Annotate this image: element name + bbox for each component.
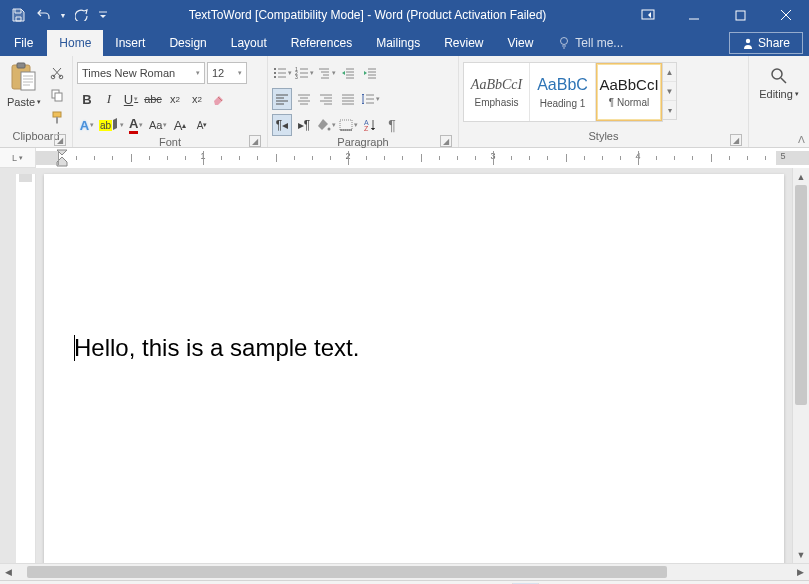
tab-insert[interactable]: Insert xyxy=(103,30,157,56)
svg-text:3: 3 xyxy=(295,74,298,79)
align-right-button[interactable] xyxy=(316,88,336,110)
font-launcher[interactable]: ◢ xyxy=(249,135,261,147)
font-name-combo[interactable]: Times New Roman▾ xyxy=(77,62,205,84)
shading-button[interactable]: ▾ xyxy=(316,114,336,136)
tab-home[interactable]: Home xyxy=(47,30,103,56)
scroll-up-icon[interactable]: ▲ xyxy=(793,168,809,185)
tab-references[interactable]: References xyxy=(279,30,364,56)
clipboard-launcher[interactable]: ◢ xyxy=(54,134,66,146)
minimize-icon[interactable] xyxy=(671,0,717,30)
horizontal-scrollbar[interactable]: ◀ ▶ xyxy=(0,563,809,580)
document-page[interactable]: Hello, this is a sample text. xyxy=(44,174,784,563)
tab-review[interactable]: Review xyxy=(432,30,495,56)
collapse-ribbon-icon[interactable]: ᐱ xyxy=(798,134,805,145)
bullets-button[interactable]: ▾ xyxy=(272,62,292,84)
underline-button[interactable]: U▾ xyxy=(121,88,141,110)
change-case-button[interactable]: Aa▾ xyxy=(148,114,168,136)
align-center-button[interactable] xyxy=(294,88,314,110)
tab-view[interactable]: View xyxy=(496,30,546,56)
shrink-font-button[interactable]: A▾ xyxy=(192,114,212,136)
find-button[interactable] xyxy=(769,66,789,86)
svg-rect-11 xyxy=(53,112,61,117)
numbering-button[interactable]: 123▾ xyxy=(294,62,314,84)
tab-selector[interactable]: L▾ xyxy=(0,148,36,168)
highlight-button[interactable]: ab▾ xyxy=(99,114,124,136)
subscript-button[interactable]: x2 xyxy=(165,88,185,110)
text-effects-button[interactable]: A▾ xyxy=(77,114,97,136)
page-viewport[interactable]: Hello, this is a sample text. xyxy=(36,168,792,563)
decrease-indent-button[interactable] xyxy=(338,62,358,84)
tab-design[interactable]: Design xyxy=(157,30,218,56)
style-heading1[interactable]: AaBbC Heading 1 xyxy=(530,63,596,121)
vertical-scrollbar[interactable]: ▲ ▼ xyxy=(792,168,809,563)
italic-button[interactable]: I xyxy=(99,88,119,110)
group-styles: AaBbCcI Emphasis AaBbC Heading 1 AaBbCcI… xyxy=(459,56,749,147)
maximize-icon[interactable] xyxy=(717,0,763,30)
editing-label[interactable]: Editing▾ xyxy=(759,88,799,100)
bold-button[interactable]: B xyxy=(77,88,97,110)
svg-point-22 xyxy=(772,69,782,79)
superscript-button[interactable]: x2 xyxy=(187,88,207,110)
svg-point-3 xyxy=(746,39,750,43)
line-spacing-button[interactable]: ▾ xyxy=(360,88,380,110)
rtl-button[interactable]: ▸¶ xyxy=(294,114,314,136)
scroll-right-icon[interactable]: ▶ xyxy=(792,564,809,580)
styles-launcher[interactable]: ◢ xyxy=(730,134,742,146)
scroll-left-icon[interactable]: ◀ xyxy=(0,564,17,580)
multilevel-list-button[interactable]: ▾ xyxy=(316,62,336,84)
ltr-button[interactable]: ¶◂ xyxy=(272,114,292,136)
group-font: Times New Roman▾ 12▾ B I U▾ abc x2 x2 A▾… xyxy=(73,56,268,147)
svg-text:Z: Z xyxy=(364,125,369,132)
font-color-button[interactable]: A▾ xyxy=(126,114,146,136)
svg-rect-5 xyxy=(17,63,25,68)
font-group-label: Font xyxy=(159,136,181,148)
clipboard-group-label: Clipboard xyxy=(12,130,59,142)
paste-label[interactable]: Paste▾ xyxy=(7,96,41,108)
undo-dropdown-icon[interactable]: ▼ xyxy=(58,3,68,27)
svg-rect-19 xyxy=(340,120,352,130)
save-icon[interactable] xyxy=(6,3,30,27)
align-left-button[interactable] xyxy=(272,88,292,110)
clear-formatting-button[interactable] xyxy=(209,88,229,110)
svg-rect-10 xyxy=(55,93,62,101)
gallery-expand-icon[interactable]: ▾ xyxy=(663,101,676,119)
grow-font-button[interactable]: A▴ xyxy=(170,114,190,136)
justify-button[interactable] xyxy=(338,88,358,110)
gallery-down-icon[interactable]: ▼ xyxy=(663,82,676,101)
svg-point-2 xyxy=(561,38,568,45)
style-gallery: AaBbCcI Emphasis AaBbC Heading 1 AaBbCcI… xyxy=(463,62,663,122)
vscroll-thumb[interactable] xyxy=(795,185,807,405)
tell-me-search[interactable]: Tell me... xyxy=(545,30,635,56)
undo-icon[interactable] xyxy=(32,3,56,27)
format-painter-button[interactable] xyxy=(46,106,68,128)
quick-access-toolbar: ▼ xyxy=(0,3,110,27)
font-size-combo[interactable]: 12▾ xyxy=(207,62,247,84)
tab-file[interactable]: File xyxy=(0,30,47,56)
vertical-ruler[interactable] xyxy=(16,174,36,563)
borders-button[interactable]: ▾ xyxy=(338,114,358,136)
tell-me-label: Tell me... xyxy=(575,36,623,50)
style-gallery-more[interactable]: ▲ ▼ ▾ xyxy=(663,62,677,120)
document-text[interactable]: Hello, this is a sample text. xyxy=(74,334,754,362)
ribbon-options-icon[interactable] xyxy=(625,0,671,30)
horizontal-ruler[interactable]: 12345 xyxy=(36,148,809,168)
scroll-down-icon[interactable]: ▼ xyxy=(793,546,809,563)
share-button[interactable]: Share xyxy=(729,32,803,54)
gallery-up-icon[interactable]: ▲ xyxy=(663,63,676,82)
redo-icon[interactable] xyxy=(70,3,94,27)
increase-indent-button[interactable] xyxy=(360,62,380,84)
paragraph-launcher[interactable]: ◢ xyxy=(440,135,452,147)
show-marks-button[interactable]: ¶ xyxy=(382,114,402,136)
copy-button[interactable] xyxy=(46,84,68,106)
style-normal[interactable]: AaBbCcI ¶ Normal xyxy=(596,63,662,121)
style-emphasis[interactable]: AaBbCcI Emphasis xyxy=(464,63,530,121)
tab-layout[interactable]: Layout xyxy=(219,30,279,56)
close-icon[interactable] xyxy=(763,0,809,30)
tab-mailings[interactable]: Mailings xyxy=(364,30,432,56)
strikethrough-button[interactable]: abc xyxy=(143,88,163,110)
cut-button[interactable] xyxy=(46,62,68,84)
sort-button[interactable]: AZ xyxy=(360,114,380,136)
paste-button[interactable] xyxy=(8,62,40,94)
qat-customize-icon[interactable] xyxy=(96,3,110,27)
hscroll-thumb[interactable] xyxy=(27,566,667,578)
